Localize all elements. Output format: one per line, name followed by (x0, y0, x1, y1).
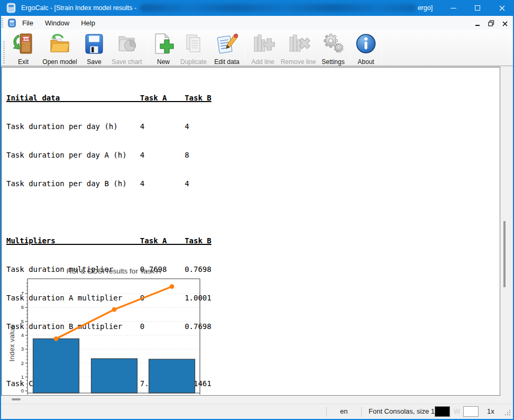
settings-button[interactable]: Settings (319, 31, 347, 65)
ergocalc-window: ErgoCalc - [Strain Index model results -… (0, 0, 514, 420)
duplicate-pages-icon (181, 32, 206, 58)
duplicate-button[interactable]: Duplicate (177, 31, 210, 65)
svg-text:6: 6 (21, 304, 24, 310)
new-document-icon (151, 32, 176, 58)
new-button[interactable]: New (151, 31, 176, 65)
add-line-icon (251, 32, 275, 58)
minimize-button[interactable] (441, 0, 465, 16)
svg-text:EXIT: EXIT (22, 37, 30, 41)
svg-text:5: 5 (21, 318, 24, 324)
menu-help[interactable]: Help (75, 17, 101, 29)
font-info-label: Font Consolas, size 11 (369, 407, 438, 415)
language-indicator[interactable]: en (340, 407, 347, 415)
exit-button[interactable]: EXIT Exit (8, 31, 39, 65)
results-document: Initial data Task A Task B Task duration… (1, 67, 500, 396)
initial-data-header: Initial data Task A Task B (6, 93, 274, 103)
toolbar-label: Exit (18, 58, 29, 66)
resize-grip-icon[interactable] (503, 408, 511, 416)
svg-text:3: 3 (21, 346, 24, 352)
toolbar-label: Save chart (112, 58, 142, 66)
toolbar-label: New (157, 58, 170, 66)
save-chart-button[interactable]: Save chart (108, 31, 145, 65)
toolbar-label: About (357, 58, 374, 66)
svg-text:4: 4 (21, 332, 24, 338)
window-title: ErgoCalc - [Strain Index model results -… (21, 4, 433, 12)
remove-line-button[interactable]: Remove line (279, 31, 318, 65)
horizontal-scrollbar[interactable] (1, 396, 509, 404)
document-icon[interactable] (7, 19, 16, 28)
menubar-grip (2, 18, 3, 28)
edit-data-pencil-icon (215, 32, 239, 58)
rsi-cosi-chart: 01234567RSI & COSI results for Task AInd… (7, 264, 220, 395)
remove-line-icon (286, 32, 310, 58)
svg-text:1: 1 (21, 374, 24, 380)
table-row: Task duration per day B (h) 4 4 (6, 179, 274, 188)
maximize-button[interactable] (465, 0, 490, 16)
background-w-label: W (454, 407, 460, 415)
mdi-close-button[interactable] (501, 19, 509, 26)
window-border (0, 16, 1, 420)
foreground-color-swatch[interactable] (435, 406, 450, 417)
edit-data-button[interactable]: Edit data (212, 31, 242, 65)
toolbar-separator (148, 32, 149, 61)
toolbar-label: Edit data (214, 58, 239, 66)
statusbar-separator (361, 407, 362, 417)
multipliers-header: Multipliers Task A Task B (6, 236, 274, 245)
toolbar-label: Settings (322, 58, 344, 66)
svg-text:RSI & COSI results for Task A: RSI & COSI results for Task A (67, 267, 161, 275)
minimize-icon (451, 8, 456, 8)
toolbar-label: Open model (42, 58, 77, 66)
mdi-close-icon (502, 21, 508, 26)
toolbar-label: Add line (251, 58, 274, 66)
menu-bar: File Window Help (0, 16, 514, 30)
toolbar-label: Remove line (281, 58, 316, 66)
app-icon (6, 3, 16, 13)
mdi-restore-button[interactable] (488, 19, 495, 26)
open-model-button[interactable]: Open model (40, 31, 80, 65)
svg-text:7: 7 (21, 290, 24, 296)
toolbar-separator (381, 32, 382, 61)
title-redacted-blur (140, 4, 416, 12)
toolbar-label: Save (87, 58, 101, 66)
mdi-minimize-button[interactable] (474, 19, 481, 26)
menu-window[interactable]: Window (39, 17, 75, 29)
toolbar: EXIT Exit (0, 30, 514, 66)
status-bar: en Font Consolas, size 11 W 1x (0, 404, 514, 419)
statusbar-separator (326, 407, 327, 417)
toolbar-label: Duplicate (180, 58, 207, 66)
save-button[interactable]: Save (81, 31, 107, 65)
table-row: Task duration per day (h) 4 4 (6, 122, 274, 131)
window-controls (441, 0, 514, 16)
toolbar-separator (245, 32, 245, 61)
mdi-window-controls (474, 19, 509, 26)
settings-gears-icon (321, 32, 345, 58)
close-button[interactable] (490, 0, 514, 16)
vertical-scrollbar-thumb[interactable] (503, 221, 506, 287)
background-color-swatch[interactable] (463, 406, 479, 417)
add-line-button[interactable]: Add line (248, 31, 278, 65)
table-row: Task duration per day A (h) 4 8 (6, 150, 274, 160)
maximize-icon (475, 5, 480, 11)
save-floppy-icon (82, 32, 106, 58)
blank-line (6, 207, 274, 217)
about-info-icon (354, 32, 378, 58)
horizontal-scrollbar-thumb[interactable] (12, 398, 21, 400)
vertical-scrollbar[interactable] (500, 69, 509, 394)
svg-text:0: 0 (21, 388, 24, 394)
save-chart-icon (115, 32, 139, 58)
exit-door-icon: EXIT (11, 32, 35, 58)
toolbar-separator (350, 32, 351, 61)
open-folder-icon (48, 32, 72, 58)
mdi-restore-icon (488, 20, 494, 26)
toolbar-grip (3, 41, 5, 65)
zoom-level-indicator[interactable]: 1x (487, 407, 494, 415)
about-button[interactable]: About (353, 31, 379, 65)
svg-text:Index value: Index value (8, 325, 16, 361)
close-icon (499, 5, 505, 11)
svg-text:2: 2 (21, 360, 24, 366)
menu-file[interactable]: File (16, 17, 39, 29)
mdi-minimize-icon (475, 25, 480, 26)
title-bar: ErgoCalc - [Strain Index model results -… (0, 0, 514, 16)
